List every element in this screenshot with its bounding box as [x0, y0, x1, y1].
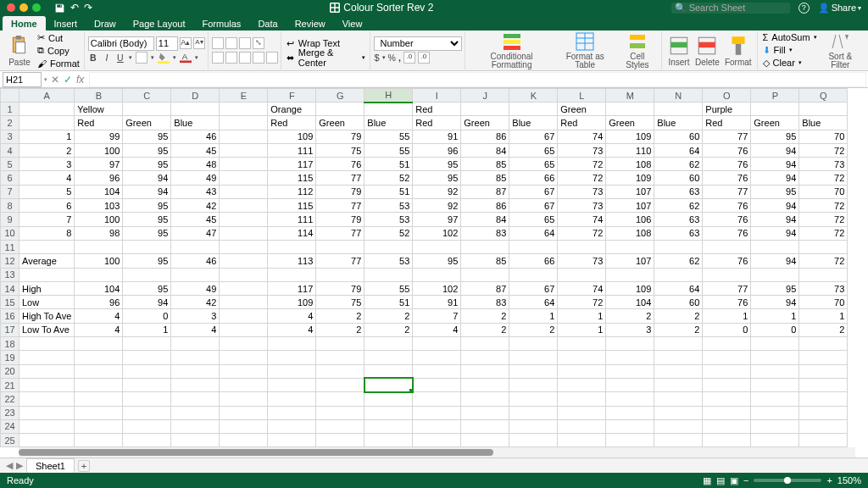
cell-G12[interactable]: 77	[316, 254, 364, 268]
cell-L3[interactable]: 74	[558, 130, 606, 143]
cell-L4[interactable]: 73	[558, 143, 606, 157]
cell-H8[interactable]: 53	[364, 199, 413, 213]
cell-B8[interactable]: 103	[75, 199, 123, 213]
cell-J13[interactable]	[461, 268, 509, 281]
cell-B7[interactable]: 104	[75, 185, 123, 198]
cell-C6[interactable]: 94	[123, 171, 171, 185]
cell-N12[interactable]: 62	[654, 254, 703, 268]
cell-E16[interactable]	[220, 309, 268, 323]
cell-L11[interactable]	[558, 240, 606, 253]
cell-P3[interactable]: 95	[751, 130, 799, 143]
cell-N5[interactable]: 62	[654, 158, 703, 171]
cell-Q23[interactable]	[799, 406, 848, 419]
cell-Q12[interactable]: 72	[799, 254, 848, 268]
italic-button[interactable]: I	[102, 53, 112, 63]
cell-B20[interactable]	[75, 364, 123, 378]
format-painter-button[interactable]: 🖌Format	[36, 58, 81, 69]
row-header-19[interactable]: 19	[1, 351, 19, 364]
cell-B16[interactable]: 4	[75, 309, 123, 323]
cell-K9[interactable]: 65	[509, 213, 558, 226]
cell-Q15[interactable]: 70	[799, 296, 848, 309]
cell-K19[interactable]	[509, 351, 558, 364]
cell-L12[interactable]: 73	[558, 254, 606, 268]
bold-button[interactable]: B	[88, 53, 98, 63]
cell-M22[interactable]	[606, 392, 654, 406]
cell-G1[interactable]	[316, 103, 364, 116]
save-icon[interactable]	[54, 3, 65, 14]
cell-K21[interactable]	[509, 378, 558, 391]
view-normal-icon[interactable]: ▦	[703, 475, 711, 486]
cell-F24[interactable]	[268, 419, 316, 433]
cell-C5[interactable]: 95	[123, 158, 171, 171]
merge-center-button[interactable]: ⬌Merge & Center▾	[285, 52, 368, 64]
cell-I17[interactable]: 4	[413, 323, 461, 336]
cell-N3[interactable]: 60	[654, 130, 703, 143]
cell-H7[interactable]: 51	[364, 185, 413, 198]
cell-H16[interactable]: 2	[364, 309, 413, 323]
cell-C20[interactable]	[123, 364, 171, 378]
cell-D9[interactable]: 45	[171, 213, 220, 226]
cell-L20[interactable]	[558, 364, 606, 378]
cell-H24[interactable]	[364, 419, 413, 433]
cell-H19[interactable]	[364, 351, 413, 364]
cell-G8[interactable]: 77	[316, 199, 364, 213]
cell-M25[interactable]	[606, 434, 654, 447]
cell-O10[interactable]: 76	[703, 226, 751, 240]
cell-H18[interactable]	[364, 337, 413, 351]
cell-Q4[interactable]: 72	[799, 143, 848, 157]
cell-B11[interactable]	[75, 240, 123, 253]
cell-O22[interactable]	[703, 392, 751, 406]
redo-icon[interactable]: ↷	[84, 2, 92, 14]
cell-C16[interactable]: 0	[123, 309, 171, 323]
cell-L1[interactable]: Green	[558, 103, 606, 116]
cell-K12[interactable]: 66	[509, 254, 558, 268]
cell-K15[interactable]: 64	[509, 296, 558, 309]
cell-G21[interactable]	[316, 378, 364, 391]
cell-N21[interactable]	[654, 378, 703, 391]
cell-M3[interactable]: 109	[606, 130, 654, 143]
cell-E21[interactable]	[220, 378, 268, 391]
cell-O13[interactable]	[703, 268, 751, 281]
cell-A14[interactable]: High	[19, 281, 75, 295]
cell-B2[interactable]: Red	[75, 116, 123, 130]
cell-D12[interactable]: 46	[171, 254, 220, 268]
cell-H5[interactable]: 51	[364, 158, 413, 171]
cell-I8[interactable]: 92	[413, 199, 461, 213]
cell-M24[interactable]	[606, 419, 654, 433]
cell-J19[interactable]	[461, 351, 509, 364]
cell-F5[interactable]: 117	[268, 158, 316, 171]
cell-G11[interactable]	[316, 240, 364, 253]
row-header-2[interactable]: 2	[1, 116, 19, 130]
cell-F15[interactable]: 109	[268, 296, 316, 309]
align-left-button[interactable]	[212, 52, 224, 64]
cell-C12[interactable]: 95	[123, 254, 171, 268]
cell-P15[interactable]: 94	[751, 296, 799, 309]
cell-Q16[interactable]: 1	[799, 309, 848, 323]
cell-P5[interactable]: 94	[751, 158, 799, 171]
cell-O16[interactable]: 1	[703, 309, 751, 323]
cell-A1[interactable]	[19, 103, 75, 116]
cell-H2[interactable]: Blue	[364, 116, 413, 130]
cell-C23[interactable]	[123, 406, 171, 419]
cell-A16[interactable]: High To Ave	[19, 309, 75, 323]
cell-G10[interactable]: 77	[316, 226, 364, 240]
cell-L25[interactable]	[558, 434, 606, 447]
cell-L10[interactable]: 72	[558, 226, 606, 240]
add-sheet-button[interactable]: +	[78, 460, 90, 472]
view-layout-icon[interactable]: ▤	[716, 475, 725, 486]
row-header-10[interactable]: 10	[1, 226, 19, 240]
cell-J12[interactable]: 85	[461, 254, 509, 268]
cell-N20[interactable]	[654, 364, 703, 378]
cell-Q21[interactable]	[799, 378, 848, 391]
column-header-P[interactable]: P	[751, 89, 799, 103]
cell-K6[interactable]: 66	[509, 171, 558, 185]
cell-A24[interactable]	[19, 419, 75, 433]
sort-filter-button[interactable]: Sort & Filter	[819, 31, 862, 69]
zoom-slider[interactable]	[754, 479, 821, 482]
cell-H11[interactable]	[364, 240, 413, 253]
cell-P4[interactable]: 94	[751, 143, 799, 157]
cell-F21[interactable]	[268, 378, 316, 391]
cell-P20[interactable]	[751, 364, 799, 378]
tab-home[interactable]: Home	[3, 16, 46, 30]
cell-F13[interactable]	[268, 268, 316, 281]
